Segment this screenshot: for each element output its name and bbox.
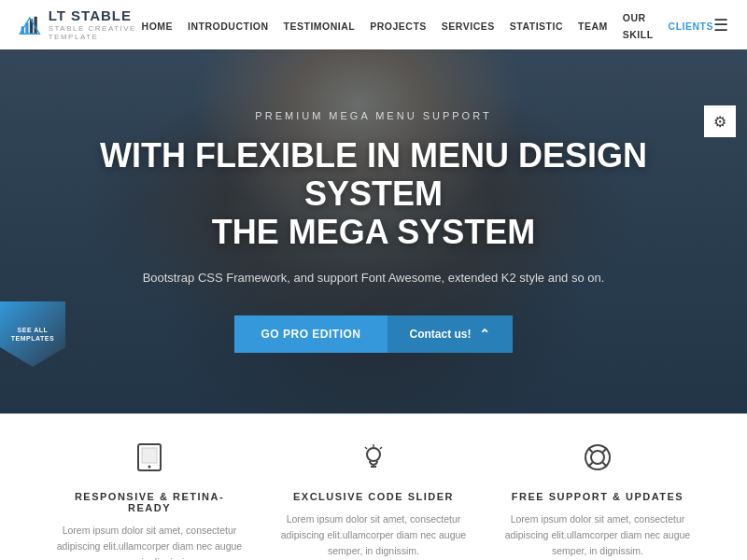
- nav-menu: HOME INTRODUCTION TESTIMONIAL PROJECTS S…: [142, 8, 713, 42]
- nav-item-services[interactable]: SERVICES: [442, 17, 495, 34]
- svg-line-13: [380, 447, 382, 449]
- feature-slider-title: EXCLUSIVE CODE SLIDER: [280, 491, 467, 502]
- logo-subtitle: STABLE CREATIVE TEMPLATE: [49, 24, 142, 41]
- gear-icon: ⚙: [713, 113, 726, 131]
- feature-responsive-title: RESPONSIVE & RETINA-READY: [56, 491, 243, 513]
- tablet-icon: [56, 442, 243, 480]
- svg-rect-8: [142, 448, 157, 463]
- logo-icon: [19, 8, 41, 42]
- feature-support-title: FREE SUPPORT & UPDATES: [504, 491, 691, 502]
- nav-item-testimonial[interactable]: TESTIMONIAL: [284, 17, 356, 34]
- hero-buttons: Go Pro Edition Contact us! ⌃: [37, 315, 710, 353]
- gear-button[interactable]: ⚙: [704, 105, 736, 137]
- contact-button[interactable]: Contact us! ⌃: [388, 315, 513, 353]
- feature-support: FREE SUPPORT & UPDATES Lorem ipsum dolor…: [486, 442, 710, 560]
- badge-text-line2: TEMPLATES: [11, 334, 54, 343]
- hamburger-icon[interactable]: ☰: [713, 15, 728, 35]
- svg-point-7: [148, 466, 151, 469]
- feature-slider: EXCLUSIVE CODE SLIDER Lorem ipsum dolor …: [261, 442, 486, 560]
- feature-responsive-desc: Lorem ipsum dolor sit amet, consectetur …: [56, 523, 243, 560]
- nav-item-home[interactable]: HOME: [142, 17, 174, 34]
- svg-point-9: [367, 448, 380, 461]
- hero-subtitle: PREMIUM MEGA MENU SUPPORT: [37, 110, 710, 121]
- badge-text-line1: SEE ALL: [18, 326, 49, 334]
- feature-support-desc: Lorem ipsum dolor sit amet, consectetur …: [504, 511, 691, 558]
- nav-item-projects[interactable]: PROJECTS: [370, 17, 427, 34]
- feature-responsive: RESPONSIVE & RETINA-READY Lorem ipsum do…: [37, 442, 261, 560]
- go-pro-button[interactable]: Go Pro Edition: [234, 315, 387, 353]
- lifering-icon: [504, 442, 691, 480]
- hero-title: WITH FLEXIBLE IN MENU DESIGN SYSTEM THE …: [37, 136, 710, 252]
- logo[interactable]: LT STABLE STABLE CREATIVE TEMPLATE: [19, 8, 142, 42]
- hero-title-line1: WITH FLEXIBLE IN MENU DESIGN SYSTEM: [100, 136, 647, 213]
- logo-text: LT STABLE STABLE CREATIVE TEMPLATE: [49, 8, 142, 41]
- features-section: RESPONSIVE & RETINA-READY Lorem ipsum do…: [0, 413, 747, 560]
- feature-slider-desc: Lorem ipsum dolor sit amet, consectetur …: [280, 511, 467, 558]
- hero-description: Bootstrap CSS Framework, and support Fon…: [37, 269, 710, 288]
- logo-title: LT STABLE: [49, 8, 142, 24]
- bulb-icon: [280, 442, 467, 480]
- nav-item-ourskill[interactable]: OUR SKILL: [623, 8, 654, 42]
- navbar: LT STABLE STABLE CREATIVE TEMPLATE HOME …: [0, 0, 747, 49]
- chevron-up-icon: ⌃: [479, 327, 490, 342]
- nav-item-team[interactable]: TEAM: [578, 17, 608, 34]
- svg-line-12: [365, 447, 367, 449]
- contact-label: Contact us!: [410, 328, 472, 341]
- nav-item-introduction[interactable]: INTRODUCTION: [188, 17, 269, 34]
- nav-item-statistic[interactable]: STATISTIC: [510, 17, 563, 34]
- hero-title-line2: THE MEGA SYSTEM: [212, 213, 536, 251]
- hero-content: PREMIUM MEGA MENU SUPPORT WITH FLEXIBLE …: [0, 110, 747, 354]
- svg-point-15: [591, 451, 604, 464]
- hero-section: ⚙ SEE ALL TEMPLATES PREMIUM MEGA MENU SU…: [0, 49, 747, 413]
- nav-item-clients[interactable]: CLIENTS: [669, 17, 713, 34]
